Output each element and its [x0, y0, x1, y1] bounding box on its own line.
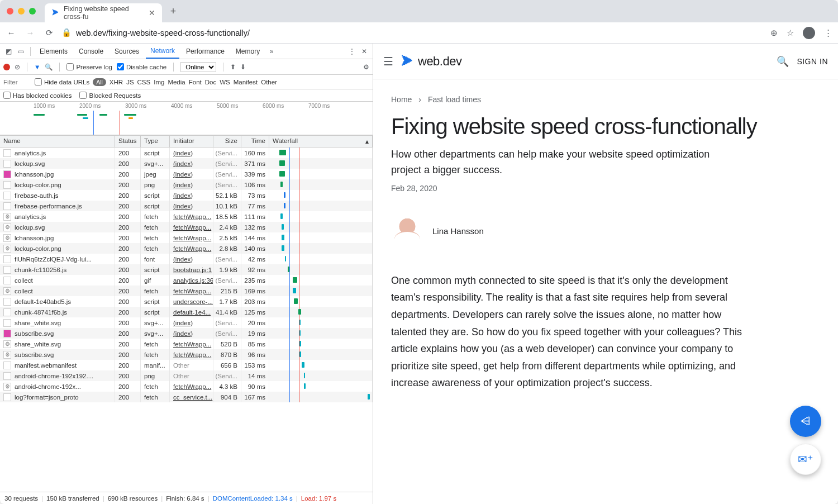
col-waterfall[interactable]: Waterfall▴: [269, 136, 373, 147]
network-table-body[interactable]: analytics.js200script(index)(Servi...160…: [0, 148, 373, 492]
import-har-icon[interactable]: ⬆: [230, 63, 236, 71]
col-type[interactable]: Type: [141, 136, 170, 147]
table-row[interactable]: analytics.js200script(index)(Servi...160…: [0, 148, 373, 158]
table-row[interactable]: analytics.js200fetchfetchWrapp...18.5 kB…: [0, 211, 373, 222]
tab-console[interactable]: Console: [74, 44, 108, 59]
share-fab[interactable]: ⩤: [790, 406, 821, 437]
table-row[interactable]: lockup.svg200fetchfetchWrapp...2.4 kB132…: [0, 222, 373, 232]
hamburger-icon[interactable]: ☰: [383, 55, 393, 68]
table-row[interactable]: share_white.svg200svg+...(index)(Servi..…: [0, 317, 373, 328]
table-row[interactable]: manifest.webmanifest200manif...Other656 …: [0, 360, 373, 370]
table-row[interactable]: lockup-color.png200png(index)(Servi...10…: [0, 179, 373, 190]
close-tab-icon[interactable]: ✕: [149, 8, 155, 17]
share-icon: ⩤: [799, 414, 812, 429]
table-row[interactable]: collect200gifanalytics.js:36(Servi...235…: [0, 275, 373, 286]
col-status[interactable]: Status: [115, 136, 141, 147]
filter-type-font[interactable]: Font: [189, 79, 202, 85]
col-initiator[interactable]: Initiator: [170, 136, 213, 147]
table-row[interactable]: lchansson.jpg200fetchfetchWrapp...2.5 kB…: [0, 232, 373, 243]
preserve-log-checkbox[interactable]: Preserve log: [66, 63, 112, 70]
devtools-close-icon[interactable]: ✕: [359, 47, 369, 55]
table-row[interactable]: log?format=json_proto200fetchcc_service.…: [0, 392, 373, 402]
export-har-icon[interactable]: ⬇: [240, 63, 246, 71]
table-row[interactable]: chunk-fc110256.js200scriptbootstrap.js:1…: [0, 264, 373, 275]
col-time[interactable]: Time: [241, 136, 269, 147]
filter-type-img[interactable]: Img: [154, 79, 164, 85]
table-row[interactable]: lchansson.jpg200jpeg(index)(Servi...339 …: [0, 169, 373, 179]
author-name[interactable]: Lina Hansson: [432, 226, 484, 236]
filter-input[interactable]: [3, 79, 31, 85]
filter-type-xhr[interactable]: XHR: [109, 79, 123, 85]
close-window-button[interactable]: [7, 8, 13, 15]
table-row[interactable]: default-1e40abd5.js200scriptunderscore-.…: [0, 296, 373, 307]
throttling-select[interactable]: Online: [180, 62, 216, 72]
table-row[interactable]: subscribe.svg200fetchfetchWrapp...870 B9…: [0, 349, 373, 360]
tab-elements[interactable]: Elements: [35, 44, 72, 59]
subscribe-fab[interactable]: ✉⁺: [790, 444, 821, 475]
inspect-icon[interactable]: ◩: [3, 47, 13, 55]
filter-toggle-icon[interactable]: ▼: [34, 64, 40, 70]
crumb-section[interactable]: Fast load times: [428, 95, 481, 104]
hide-data-urls-checkbox[interactable]: Hide data URLs: [35, 78, 89, 85]
table-row[interactable]: android-chrome-192x...200fetchfetchWrapp…: [0, 381, 373, 392]
more-tabs-icon[interactable]: »: [266, 47, 277, 55]
clear-button[interactable]: ⊘: [15, 63, 20, 71]
table-row[interactable]: share_white.svg200fetchfetchWrapp...520 …: [0, 339, 373, 349]
table-row[interactable]: flUhRq6tzZclQEJ-Vdg-Iui...200font(index)…: [0, 254, 373, 264]
settings-icon[interactable]: ⚙: [363, 63, 369, 71]
table-row[interactable]: lockup-color.png200fetchfetchWrapp...2.8…: [0, 243, 373, 254]
blocked-requests-checkbox[interactable]: Blocked Requests: [79, 92, 141, 99]
table-row[interactable]: firebase-auth.js200script(index)52.1 kB7…: [0, 190, 373, 201]
crumb-home[interactable]: Home: [391, 95, 412, 104]
url-field[interactable]: 🔒 web.dev/fixing-website-speed-cross-fun…: [61, 28, 764, 37]
filter-type-other[interactable]: Other: [261, 79, 277, 85]
minimize-window-button[interactable]: [18, 8, 25, 15]
install-icon[interactable]: ⊕: [770, 28, 778, 38]
disable-cache-checkbox[interactable]: Disable cache: [117, 63, 166, 70]
lock-icon: 🔒: [61, 28, 72, 37]
search-icon[interactable]: 🔍: [45, 63, 53, 71]
device-toolbar-icon[interactable]: ▭: [16, 47, 26, 55]
table-row[interactable]: lockup.svg200svg+...(index)(Servi...371 …: [0, 158, 373, 169]
table-row[interactable]: chunk-48741f6b.js200scriptdefault-1e4...…: [0, 307, 373, 317]
tab-memory[interactable]: Memory: [231, 44, 264, 59]
col-name[interactable]: Name: [0, 136, 115, 147]
logo[interactable]: ⮞ web.dev: [401, 54, 461, 69]
profile-avatar-icon[interactable]: [803, 27, 815, 39]
record-button[interactable]: [3, 64, 10, 70]
table-row[interactable]: firebase-performance.js200script(index)1…: [0, 201, 373, 211]
table-row[interactable]: collect200fetchfetchWrapp...215 B169 ms: [0, 286, 373, 296]
tab-title: Fixing website speed cross-fu: [64, 5, 144, 21]
filter-type-js[interactable]: JS: [126, 79, 134, 85]
menu-icon[interactable]: ⋮: [824, 28, 832, 38]
network-filter-row: Hide data URLs All XHR JS CSS Img Media …: [0, 75, 373, 89]
search-icon[interactable]: 🔍: [777, 55, 789, 68]
table-row[interactable]: android-chrome-192x192....200pngOther(Se…: [0, 370, 373, 381]
new-tab-button[interactable]: +: [165, 6, 181, 17]
load-line: [120, 111, 120, 135]
devtools-menu-icon[interactable]: ⋮: [347, 47, 357, 55]
has-blocked-cookies-checkbox[interactable]: Has blocked cookies: [3, 92, 72, 99]
table-row[interactable]: subscribe.svg200svg+...(index)(Servi...1…: [0, 328, 373, 339]
filter-type-doc[interactable]: Doc: [205, 79, 216, 85]
col-size[interactable]: Size: [213, 136, 241, 147]
maximize-window-button[interactable]: [29, 8, 36, 15]
filter-type-media[interactable]: Media: [168, 79, 185, 85]
filter-type-manifest[interactable]: Manifest: [234, 79, 258, 85]
back-button[interactable]: ←: [6, 28, 17, 38]
bookmark-icon[interactable]: ☆: [787, 28, 794, 38]
browser-tab[interactable]: ⮞ Fixing website speed cross-fu ✕: [45, 3, 162, 22]
filter-type-ws[interactable]: WS: [220, 79, 230, 85]
tab-performance[interactable]: Performance: [182, 44, 229, 59]
network-timeline-overview[interactable]: 1000 ms2000 ms3000 ms4000 ms5000 ms6000 …: [0, 102, 373, 135]
author-avatar[interactable]: [391, 215, 423, 248]
tab-sources[interactable]: Sources: [110, 44, 144, 59]
filter-type-css[interactable]: CSS: [137, 79, 151, 85]
tab-network[interactable]: Network: [146, 44, 179, 59]
filter-type-all[interactable]: All: [93, 78, 106, 86]
reload-button[interactable]: ⟳: [44, 28, 55, 38]
article: Home › Fast load times Fixing website sp…: [373, 79, 838, 407]
signin-button[interactable]: SIGN IN: [797, 57, 828, 66]
forward-button[interactable]: →: [25, 28, 36, 38]
chevron-right-icon: ›: [418, 95, 421, 104]
